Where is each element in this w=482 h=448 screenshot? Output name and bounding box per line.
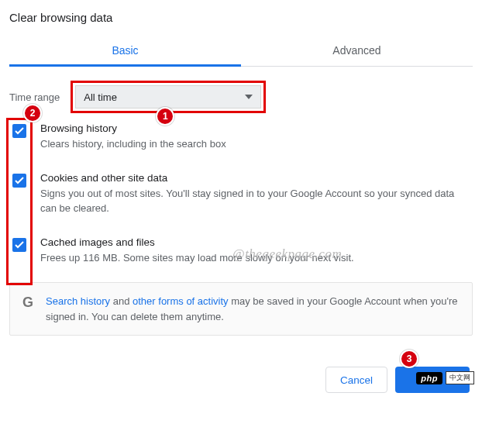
chevron-down-icon bbox=[245, 95, 253, 99]
link-other-activity[interactable]: other forms of activity bbox=[133, 295, 229, 307]
option-desc: Clears history, including in the search … bbox=[40, 137, 226, 152]
time-range-select-wrap: All time 1 bbox=[75, 85, 261, 109]
dialog-title: Clear browsing data bbox=[9, 11, 473, 24]
php-cn: 中文网 bbox=[446, 371, 474, 384]
time-range-select[interactable]: All time bbox=[75, 85, 261, 109]
time-range-label: Time range bbox=[9, 91, 60, 103]
tab-advanced-label: Advanced bbox=[332, 44, 380, 57]
checkbox-browsing-history[interactable] bbox=[12, 124, 26, 138]
option-title: Cookies and other site data bbox=[40, 172, 473, 184]
option-desc: Signs you out of most sites. You'll stay… bbox=[40, 187, 473, 216]
tab-basic-label: Basic bbox=[112, 44, 138, 57]
clear-data-button[interactable]: C 3 php 中文网 bbox=[395, 367, 470, 393]
tabs: Basic Advanced bbox=[9, 36, 473, 67]
annotation-badge-2: 2 bbox=[23, 104, 42, 122]
link-search-history[interactable]: Search history bbox=[46, 295, 110, 307]
google-logo-icon: G bbox=[22, 295, 33, 309]
option-desc: Frees up 116 MB. Some sites may load mor… bbox=[40, 251, 354, 266]
info-mid: and bbox=[110, 295, 133, 307]
option-text: Browsing history Clears history, includi… bbox=[40, 122, 226, 152]
option-text: Cached images and files Frees up 116 MB.… bbox=[40, 236, 354, 266]
dialog-footer: Cancel C 3 php 中文网 bbox=[9, 367, 473, 393]
time-range-value: All time bbox=[84, 91, 117, 103]
checkbox-cookies[interactable] bbox=[12, 174, 26, 188]
option-text: Cookies and other site data Signs you ou… bbox=[40, 172, 473, 216]
php-pill: php bbox=[416, 372, 442, 384]
cancel-button[interactable]: Cancel bbox=[325, 367, 387, 393]
tab-basic[interactable]: Basic bbox=[9, 36, 241, 66]
options-list: 2 Browsing history Clears history, inclu… bbox=[9, 122, 473, 265]
option-cookies: Cookies and other site data Signs you ou… bbox=[12, 172, 473, 216]
info-text: Search history and other forms of activi… bbox=[46, 294, 460, 324]
annotation-badge-3: 3 bbox=[400, 350, 418, 368]
php-watermark-overlay: php 中文网 bbox=[416, 371, 474, 384]
option-cache: Cached images and files Frees up 116 MB.… bbox=[12, 236, 473, 266]
tab-advanced[interactable]: Advanced bbox=[241, 36, 473, 66]
clear-browsing-data-dialog: Clear browsing data Basic Advanced Time … bbox=[0, 0, 482, 393]
checkbox-cache[interactable] bbox=[12, 238, 26, 252]
info-card: G Search history and other forms of acti… bbox=[9, 282, 473, 336]
cancel-button-label: Cancel bbox=[340, 374, 373, 386]
option-title: Browsing history bbox=[40, 122, 226, 134]
time-range-row: Time range All time 1 bbox=[9, 85, 473, 109]
option-title: Cached images and files bbox=[40, 236, 354, 248]
option-browsing-history: Browsing history Clears history, includi… bbox=[12, 122, 473, 152]
